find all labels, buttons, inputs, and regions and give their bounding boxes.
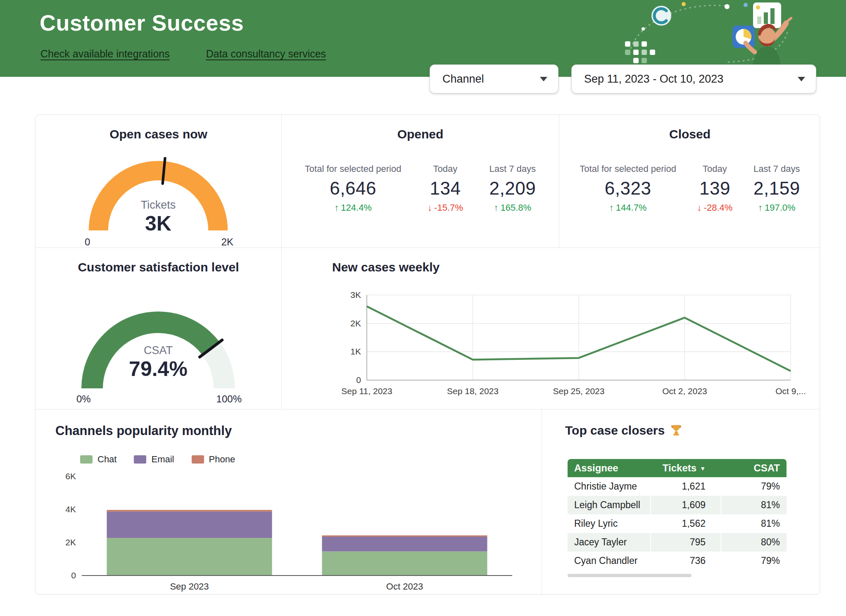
tickets-cell: 736: [650, 552, 720, 570]
stat-closed-today: Today 139 ↓-28.4%: [697, 164, 733, 213]
svg-text:Oct 2, 2023: Oct 2, 2023: [662, 386, 707, 396]
header-links: Check available integrations Data consul…: [40, 48, 326, 60]
legend-item-phone: Phone: [192, 454, 235, 465]
chevron-down-icon: [798, 77, 805, 81]
table-row: Riley Lyric1,56281%: [568, 514, 787, 533]
top-closers-table: Assignee Tickets CSAT Christie Jayme1,62…: [568, 459, 787, 570]
delta-arrow-icon: ↑: [609, 202, 614, 213]
csat-cell: 81%: [720, 514, 787, 533]
closed-stats: Total for selected period 6,323 ↑144.7% …: [569, 164, 810, 213]
tickets-cell: 1,609: [650, 496, 720, 514]
panel-closed: Closed Total for selected period 6,323 ↑…: [559, 115, 820, 247]
tickets-cell: 1,621: [650, 477, 720, 496]
stat-closed-7days: Last 7 days 2,159 ↑197.0%: [753, 164, 800, 213]
svg-text:2K: 2K: [350, 319, 361, 328]
svg-text:Oct 2023: Oct 2023: [386, 581, 423, 592]
panel-title-new-cases: New cases weekly: [332, 260, 440, 274]
legend-item-chat: Chat: [80, 454, 116, 465]
gauge-metric-label: CSAT: [71, 344, 245, 357]
svg-text:3K: 3K: [350, 290, 361, 300]
svg-text:2K: 2K: [65, 538, 76, 547]
panel-csat: Customer satisfaction level CSAT 79.4% 0…: [36, 247, 281, 409]
table-header-row: Assignee Tickets CSAT: [568, 459, 787, 477]
csat-gauge: CSAT 79.4% 0% 100%: [71, 301, 245, 396]
assignee-cell: Leigh Campbell: [568, 496, 650, 514]
delta-arrow-icon: ↓: [428, 202, 432, 213]
sort-desc-icon: [696, 462, 706, 473]
date-range-value: Sep 11, 2023 - Oct 10, 2023: [584, 73, 723, 86]
stat-opened-7days: Last 7 days 2,209 ↑165.8%: [490, 164, 536, 213]
tickets-cell: 1,562: [650, 514, 720, 533]
chart-legend: Chat Email Phone: [80, 454, 235, 465]
illustration-pie-chart-icon: [732, 26, 755, 48]
panel-title-closed: Closed: [559, 127, 820, 141]
dashboard: Customer Success Check available integra…: [0, 0, 846, 616]
table-row: Christie Jayme1,62179%: [568, 477, 787, 496]
phone-swatch: [192, 455, 204, 464]
link-data-consultancy[interactable]: Data consultancy services: [206, 48, 326, 60]
header-illustration: [622, 0, 795, 70]
assignee-cell: Christie Jayme: [568, 477, 650, 496]
svg-text:4K: 4K: [65, 504, 76, 514]
open-cases-gauge: Tickets 3K 0 2K: [80, 151, 237, 237]
csat-cell: 79%: [720, 477, 787, 496]
assignee-cell: Riley Lyric: [568, 514, 650, 533]
panel-top-case-closers: Top case closers Assignee Tickets CSAT C…: [542, 409, 820, 595]
gauge-metric-label: Tickets: [80, 199, 237, 212]
svg-text:Sep 11, 2023: Sep 11, 2023: [341, 386, 392, 396]
svg-text:0: 0: [71, 571, 76, 580]
panel-title-open-cases: Open cases now: [36, 127, 281, 141]
stat-closed-total: Total for selected period 6,323 ↑144.7%: [580, 164, 676, 213]
svg-text:1K: 1K: [350, 347, 361, 356]
csat-cell: 80%: [720, 533, 787, 552]
dashboard-card: Open cases now Tickets 3K 0 2K Opened To…: [35, 114, 820, 595]
panel-title-opened: Opened: [282, 127, 559, 141]
table-row: Leigh Campbell1,60981%: [568, 496, 787, 514]
svg-text:0: 0: [356, 375, 361, 385]
svg-text:Sep 18, 2023: Sep 18, 2023: [447, 386, 499, 396]
panel-title-channels: Channels popularity monthly: [55, 423, 232, 438]
csat-cell: 79%: [720, 552, 787, 570]
assignee-cell: Jacey Tayler: [568, 533, 650, 552]
chat-swatch: [80, 455, 93, 464]
illustration-logo: [651, 6, 671, 26]
stat-opened-today: Today 134 ↓-15.7%: [428, 164, 463, 213]
column-header-assignee[interactable]: Assignee: [568, 459, 650, 477]
svg-text:Sep 25, 2023: Sep 25, 2023: [553, 386, 605, 396]
panel-opened: Opened Total for selected period 6,646 ↑…: [281, 115, 559, 247]
opened-stats: Total for selected period 6,646 ↑124.4% …: [292, 164, 549, 213]
column-header-tickets[interactable]: Tickets: [650, 459, 720, 477]
assignee-cell: Cyan Chandler: [568, 552, 650, 570]
link-check-integrations[interactable]: Check available integrations: [40, 48, 170, 60]
table-scrollbar[interactable]: [568, 574, 692, 577]
panel-open-cases: Open cases now Tickets 3K 0 2K: [36, 115, 281, 247]
delta-arrow-icon: ↑: [758, 202, 763, 213]
stat-opened-total: Total for selected period 6,646 ↑124.4%: [305, 164, 402, 213]
new-cases-line-chart: 01K2K3KSep 11, 2023Sep 18, 2023Sep 25, 2…: [340, 289, 815, 400]
trophy-icon: [670, 424, 683, 437]
tickets-cell: 795: [650, 533, 720, 552]
date-range-dropdown[interactable]: Sep 11, 2023 - Oct 10, 2023: [571, 64, 816, 93]
table-row: Jacey Tayler79580%: [568, 533, 787, 552]
gauge-min-label: 0%: [76, 393, 91, 405]
page-title: Customer Success: [40, 10, 244, 36]
channel-filter-value: Channel: [442, 73, 484, 86]
svg-text:Sep 2023: Sep 2023: [170, 581, 209, 592]
chevron-down-icon: [540, 77, 547, 81]
delta-arrow-icon: ↑: [334, 202, 339, 213]
gauge-max-label: 2K: [221, 236, 233, 248]
illustration-dots-grid: [625, 41, 655, 63]
channel-filter-dropdown[interactable]: Channel: [430, 64, 558, 93]
svg-text:6K: 6K: [65, 471, 76, 481]
delta-arrow-icon: ↓: [697, 202, 702, 213]
table-body: Christie Jayme1,62179%Leigh Campbell1,60…: [568, 477, 787, 570]
email-swatch: [134, 455, 146, 464]
legend-item-email: Email: [134, 454, 174, 465]
panel-title-csat: Customer satisfaction level: [36, 260, 281, 274]
gauge-value: 79.4%: [71, 359, 245, 379]
gauge-max-label: 100%: [216, 393, 242, 405]
column-header-csat[interactable]: CSAT: [720, 459, 787, 477]
table-row: Cyan Chandler73679%: [568, 552, 787, 570]
panel-channels-popularity: Channels popularity monthly Chat Email P…: [36, 409, 542, 595]
svg-text:Oct 9,...: Oct 9,...: [775, 386, 806, 396]
